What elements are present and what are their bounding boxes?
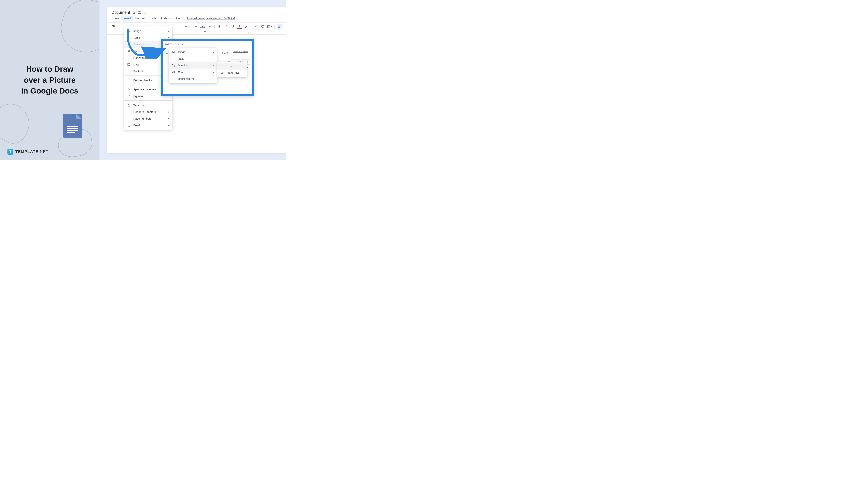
svg-rect-9 [129,50,130,52]
menu-view[interactable]: View [111,16,121,21]
svg-point-4 [128,30,128,31]
zoom-callout: ment ☆ ▫ ☁ w Insert Format Tools Add-ons… [161,39,254,96]
menu-format[interactable]: Format [133,16,147,21]
menu-help[interactable]: Help [174,16,184,21]
svg-point-6 [129,44,130,45]
cloud-icon: ☁ [181,42,184,46]
menu-insert[interactable]: Insert [121,16,133,21]
decorative-blob [0,98,37,149]
svg-rect-8 [129,51,129,52]
break-icon [127,123,131,127]
chart-icon [172,70,175,74]
italic-button[interactable]: I [223,24,229,29]
highlight-icon[interactable] [244,24,249,29]
drawing-icon [172,64,175,67]
folder-icon: ▫ [178,42,179,46]
brand-icon: T [7,149,13,155]
comment-icon[interactable] [260,24,266,29]
svg-rect-1 [261,26,264,27]
submenu-from-drive[interactable]: From Drive [217,69,247,76]
document-title[interactable]: Document [112,10,130,15]
chevron-right-icon: ▶ [168,37,169,39]
submenu-new[interactable]: + New [217,63,247,69]
callout-insert-dropdown: Image ▶ Table ▶ Drawing ▶ [169,47,217,83]
callout-entry-image[interactable]: Image ▶ [169,49,217,56]
svg-rect-18 [174,71,175,73]
drive-icon [220,71,224,75]
horizontal-line-icon: — [172,77,175,81]
callout-entry-horizontal-line[interactable]: — Horizontal line [169,75,217,82]
svg-rect-0 [138,12,141,13]
underline-button[interactable]: U [230,24,236,29]
last-edit-link[interactable]: Last edit was yesterday at 10:09 AM [187,17,235,20]
svg-rect-16 [173,72,173,73]
chevron-right-icon: ▶ [168,124,169,126]
menu-addons[interactable]: Add-ons [159,16,174,21]
svg-rect-14 [173,64,173,65]
svg-rect-17 [173,72,174,73]
star-icon: ☆ [174,42,177,46]
svg-rect-5 [128,43,129,44]
move-folder-icon[interactable] [138,11,141,14]
tutorial-title-panel: How to Draw over a Picture in Google Doc… [0,0,99,160]
calendar-icon [127,63,131,66]
link-icon[interactable] [253,24,259,29]
chevron-right-icon: ▶ [213,65,214,67]
align-icon[interactable] [277,24,282,29]
watermark-icon [127,103,131,107]
google-docs-window: Document View Insert Format Tools Add-on… [107,7,286,153]
paint-format-icon[interactable] [111,24,116,29]
document-header: Document [107,7,286,16]
svg-rect-12 [128,124,130,126]
chevron-right-icon: ▶ [168,118,169,120]
chevron-right-icon: ▶ [213,58,214,60]
chevron-right-icon: ▶ [168,111,169,113]
cloud-status-icon[interactable] [144,11,147,14]
page-title: How to Draw over a Picture in Google Doc… [7,64,92,97]
menu-bar: View Insert Format Tools Add-ons Help La… [107,16,286,22]
chevron-right-icon: ▶ [213,71,214,73]
callout-entry-drawing[interactable]: Drawing ▶ [169,62,217,69]
drawing-icon [127,42,131,46]
menu-entry-watermark[interactable]: Watermark [124,102,173,108]
increase-font-icon[interactable]: + [207,24,212,29]
callout-last-edit[interactable]: Last edit was y [233,50,250,56]
svg-point-15 [174,66,175,67]
chevron-right-icon: ▶ [168,30,169,32]
brand-logo: T TEMPLATE.NET [7,149,49,155]
callout-entry-table[interactable]: Table ▶ [169,56,217,62]
svg-rect-10 [128,63,130,66]
font-size-value[interactable]: 11.5 [198,24,207,29]
font-size-control[interactable]: − 11.5 + [193,24,212,29]
google-docs-logo [63,114,82,138]
menu-entry-image[interactable]: Image ▶ [124,28,173,34]
menu-tools[interactable]: Tools [147,16,158,21]
plus-icon: + [220,64,224,68]
star-icon[interactable] [132,11,135,14]
horizontal-line-icon: — [127,56,131,60]
svg-rect-7 [128,51,128,52]
image-insert-icon[interactable]: ▾ [267,24,272,29]
menu-entry-page-numbers[interactable]: Page numbers ▶ [124,115,173,122]
callout-menu-help[interactable]: Help [220,51,230,55]
callout-entry-chart[interactable]: Chart ▶ [169,69,217,75]
drawing-submenu: + New From Drive [217,62,247,77]
image-icon [127,29,131,33]
pi-icon: π² [127,94,131,98]
menu-entry-break[interactable]: Break ▶ [124,122,173,129]
dropdown-icon[interactable]: ▾ [183,24,189,29]
indent-marker-icon[interactable]: ▼ [204,31,206,33]
chart-icon [127,49,131,53]
text-color-button[interactable]: A [237,25,242,29]
omega-icon: Ω [127,87,131,91]
menu-entry-headers-footers[interactable]: Headers & footers ▶ [124,108,173,115]
chevron-right-icon: ▶ [213,51,214,53]
bold-button[interactable]: B [217,24,222,29]
decrease-font-icon[interactable]: − [193,24,198,29]
screenshot-panel: Document View Insert Format Tools Add-on… [99,0,286,160]
image-icon [172,50,175,54]
